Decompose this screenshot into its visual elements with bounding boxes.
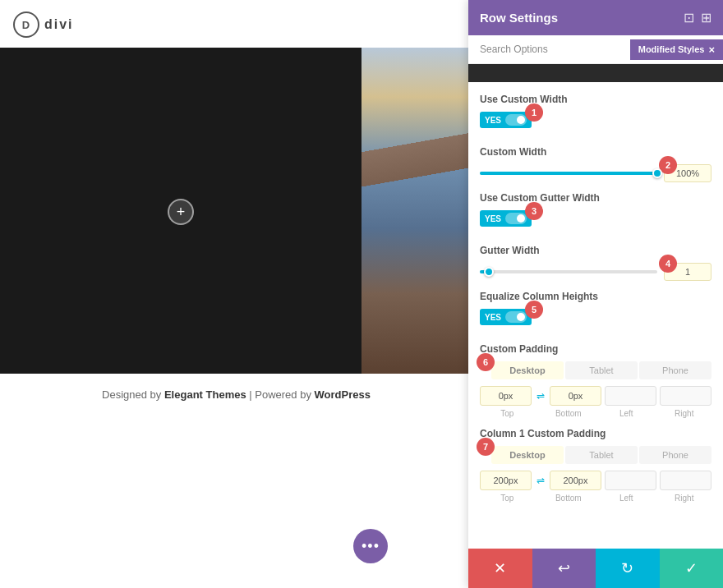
gutter-width-label: Gutter Width: [480, 245, 711, 256]
columns-icon[interactable]: ⊞: [701, 10, 711, 25]
panel-search-bar: Search Options Modified Styles ×: [468, 35, 723, 64]
col1-label-right: Right: [657, 494, 712, 503]
use-custom-gutter-toggle[interactable]: YES: [480, 210, 532, 227]
label-top: Top: [480, 409, 535, 418]
equalize-columns-toggle[interactable]: YES: [480, 309, 532, 325]
padding-bottom-input[interactable]: [550, 386, 601, 406]
col1-padding-link-icon[interactable]: ⇌: [535, 475, 546, 486]
label-left: Left: [599, 409, 654, 418]
panel-title: Row Settings: [480, 11, 558, 25]
custom-width-label: Custom Width: [480, 146, 711, 158]
canvas-area: D divi + Designed by Elegant Themes | Po…: [0, 0, 472, 588]
label-right: Right: [657, 409, 712, 418]
custom-width-fill: [480, 172, 657, 175]
tab-phone-padding[interactable]: Phone: [639, 361, 711, 379]
custom-width-track[interactable]: [480, 172, 657, 175]
modified-styles-badge[interactable]: Modified Styles ×: [630, 39, 723, 60]
gutter-width-thumb[interactable]: [484, 267, 494, 277]
step-1-badge: 1: [525, 103, 543, 122]
col1-padding-right-input[interactable]: [660, 471, 711, 490]
expand-icon[interactable]: ⊡: [684, 10, 694, 25]
col1-label-bottom: Bottom: [541, 494, 596, 503]
panel-content: Use Custom Width 1 YES Custom Width 2 10…: [468, 82, 723, 549]
custom-width-thumb[interactable]: [652, 168, 662, 178]
col1-padding-label: Column 1 Custom Padding: [480, 428, 711, 439]
col1-label-top: Top: [480, 494, 535, 503]
col1-padding-tabs: Desktop Tablet Phone: [491, 446, 711, 464]
dots-icon: •••: [362, 538, 380, 555]
col1-padding-inputs: ⇌: [480, 471, 711, 490]
toggle-switch-1[interactable]: [505, 114, 527, 126]
panel-header-icons: ⊡ ⊞: [684, 10, 711, 25]
save-button[interactable]: ✓: [660, 549, 724, 588]
col1-padding-left-input[interactable]: [605, 471, 656, 490]
modified-styles-close[interactable]: ×: [708, 44, 715, 55]
divi-logo-circle: D: [13, 11, 39, 38]
use-custom-width-label: Use Custom Width: [480, 94, 711, 105]
search-options-button[interactable]: Search Options: [468, 35, 630, 63]
custom-padding-inputs: ⇌: [480, 386, 711, 406]
step-7-badge: 7: [477, 438, 495, 456]
canvas-black: +: [0, 48, 362, 376]
dots-menu-button[interactable]: •••: [353, 529, 388, 563]
gutter-width-track[interactable]: [480, 270, 657, 273]
panel-header: Row Settings ⊡ ⊞: [468, 0, 723, 35]
row-settings-panel: Row Settings ⊡ ⊞ Search Options Modified…: [468, 0, 723, 588]
tab-phone-col1[interactable]: Phone: [639, 446, 711, 464]
cancel-button[interactable]: ✕: [468, 549, 532, 588]
step-3-badge: 3: [525, 202, 543, 220]
step-6-badge: 6: [477, 353, 495, 371]
equalize-columns-section: 5 YES: [480, 309, 532, 333]
custom-padding-section: 6 Desktop Tablet Phone ⇌ Top Bottom Left…: [480, 361, 711, 418]
col1-padding-section: 7 Desktop Tablet Phone ⇌ Top Bottom Left…: [480, 446, 711, 503]
padding-link-icon[interactable]: ⇌: [535, 390, 546, 402]
use-custom-gutter-section: 3 YES: [480, 210, 532, 235]
padding-right-input[interactable]: [660, 386, 711, 406]
add-row-button[interactable]: +: [168, 199, 194, 225]
col1-label-left: Left: [599, 494, 654, 503]
tab-tablet-padding[interactable]: Tablet: [565, 361, 638, 379]
step-4-badge: 4: [659, 255, 677, 273]
canvas-footer: Designed by Elegant Themes | Powered by …: [0, 374, 472, 416]
mountain-visual: [362, 48, 472, 376]
padding-top-input[interactable]: [480, 386, 532, 406]
custom-width-slider-row: 2 100%: [480, 164, 711, 182]
col1-padding-top-input[interactable]: [480, 471, 532, 490]
use-custom-width-section: 1 YES: [480, 112, 532, 136]
undo-button[interactable]: ↩: [532, 549, 596, 588]
panel-preview-strip: [468, 64, 723, 82]
gutter-width-slider-row: 4 1: [480, 263, 711, 281]
toggle-switch-5[interactable]: [505, 311, 527, 323]
custom-padding-label: Custom Padding: [480, 343, 711, 355]
padding-left-input[interactable]: [605, 386, 656, 406]
redo-button[interactable]: ↻: [596, 549, 660, 588]
tab-desktop-padding[interactable]: Desktop: [491, 361, 564, 379]
step-5-badge: 5: [525, 301, 543, 319]
canvas-image: [362, 48, 472, 376]
custom-padding-labels: Top Bottom Left Right: [480, 409, 711, 418]
equalize-columns-label: Equalize Column Heights: [480, 291, 711, 302]
divi-logo: D divi: [13, 11, 74, 38]
col1-padding-bottom-input[interactable]: [550, 471, 601, 490]
col1-padding-labels: Top Bottom Left Right: [480, 494, 711, 503]
panel-footer: ✕ ↩ ↻ ✓: [468, 549, 723, 588]
toggle-switch-3[interactable]: [505, 213, 527, 224]
custom-padding-tabs: Desktop Tablet Phone: [491, 361, 711, 379]
use-custom-width-toggle[interactable]: YES: [480, 112, 532, 128]
use-custom-gutter-label: Use Custom Gutter Width: [480, 192, 711, 204]
label-bottom: Bottom: [541, 409, 596, 418]
tab-desktop-col1[interactable]: Desktop: [491, 446, 564, 464]
tab-tablet-col1[interactable]: Tablet: [565, 446, 638, 464]
